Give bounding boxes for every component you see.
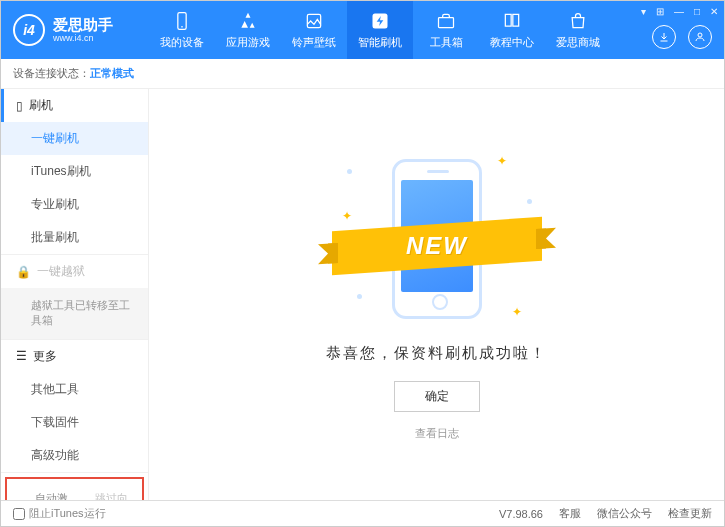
svg-point-1 [181, 26, 183, 28]
nav-tutorials[interactable]: 教程中心 [479, 1, 545, 59]
menu-lines-icon: ☰ [16, 349, 27, 363]
block-itunes-checkbox[interactable]: 阻止iTunes运行 [13, 506, 106, 521]
footer-wechat[interactable]: 微信公众号 [597, 506, 652, 521]
status-mode: 正常模式 [90, 66, 134, 81]
sidebar-item-pro-flash[interactable]: 专业刷机 [1, 188, 148, 221]
success-message: 恭喜您，保资料刷机成功啦！ [326, 344, 547, 363]
auto-activate-checkbox[interactable]: 自动激活 [19, 491, 71, 500]
wallpaper-icon [303, 10, 325, 32]
footer-support[interactable]: 客服 [559, 506, 581, 521]
logo-icon: i4 [13, 14, 45, 46]
status-bar: 设备连接状态： 正常模式 [1, 59, 724, 89]
sidebar-item-one-click-flash[interactable]: 一键刷机 [1, 122, 148, 155]
flash-icon [369, 10, 391, 32]
window-controls: ▾ ⊞ — □ ✕ [641, 6, 718, 17]
success-illustration: ✦ ✦ ✦ NEW [337, 149, 537, 329]
options-box: 自动激活 跳过向导 [5, 477, 144, 500]
lock-icon: 🔒 [16, 265, 31, 279]
grid-icon[interactable]: ⊞ [656, 6, 664, 17]
sidebar-section-flash[interactable]: ▯ 刷机 [1, 89, 148, 122]
logo-subtitle: www.i4.cn [53, 33, 113, 43]
sidebar-item-other-tools[interactable]: 其他工具 [1, 373, 148, 406]
nav-store[interactable]: 爱思商城 [545, 1, 611, 59]
sidebar-section-more[interactable]: ☰ 更多 [1, 340, 148, 373]
sidebar-item-download-firmware[interactable]: 下载固件 [1, 406, 148, 439]
apps-icon [237, 10, 259, 32]
maximize-button[interactable]: □ [694, 6, 700, 17]
skip-guide-checkbox[interactable]: 跳过向导 [79, 491, 131, 500]
ok-button[interactable]: 确定 [394, 381, 480, 412]
footer-check-update[interactable]: 检查更新 [668, 506, 712, 521]
nav-my-device[interactable]: 我的设备 [149, 1, 215, 59]
sidebar-item-advanced[interactable]: 高级功能 [1, 439, 148, 472]
nav-apps-games[interactable]: 应用游戏 [215, 1, 281, 59]
ribbon-text: NEW [406, 232, 468, 260]
user-button[interactable] [688, 25, 712, 49]
book-icon [501, 10, 523, 32]
minimize-button[interactable]: — [674, 6, 684, 17]
footer: 阻止iTunes运行 V7.98.66 客服 微信公众号 检查更新 [1, 500, 724, 526]
main-content: ✦ ✦ ✦ NEW 恭喜您，保资料刷机成功啦！ 确定 查看日志 [149, 89, 724, 500]
phone-icon [171, 10, 193, 32]
phone-small-icon: ▯ [16, 99, 23, 113]
toolbox-icon [435, 10, 457, 32]
svg-rect-4 [439, 18, 454, 28]
download-button[interactable] [652, 25, 676, 49]
app-header: i4 爱思助手 www.i4.cn 我的设备 应用游戏 铃声壁纸 智能刷机 工具… [1, 1, 724, 59]
logo-title: 爱思助手 [53, 17, 113, 34]
view-log-link[interactable]: 查看日志 [415, 426, 459, 441]
logo: i4 爱思助手 www.i4.cn [1, 14, 149, 46]
jailbreak-note: 越狱工具已转移至工具箱 [1, 288, 148, 339]
sidebar-item-itunes-flash[interactable]: iTunes刷机 [1, 155, 148, 188]
menu-icon[interactable]: ▾ [641, 6, 646, 17]
status-label: 设备连接状态： [13, 66, 90, 81]
main-nav: 我的设备 应用游戏 铃声壁纸 智能刷机 工具箱 教程中心 爱思商城 [149, 1, 611, 59]
close-button[interactable]: ✕ [710, 6, 718, 17]
nav-smart-flash[interactable]: 智能刷机 [347, 1, 413, 59]
store-icon [567, 10, 589, 32]
sidebar-item-batch-flash[interactable]: 批量刷机 [1, 221, 148, 254]
svg-point-5 [698, 33, 702, 37]
nav-toolbox[interactable]: 工具箱 [413, 1, 479, 59]
sidebar-section-jailbreak: 🔒 一键越狱 [1, 255, 148, 288]
sidebar: ▯ 刷机 一键刷机 iTunes刷机 专业刷机 批量刷机 🔒 一键越狱 越狱工具… [1, 89, 149, 500]
version-label: V7.98.66 [499, 508, 543, 520]
nav-ringtone-wallpaper[interactable]: 铃声壁纸 [281, 1, 347, 59]
